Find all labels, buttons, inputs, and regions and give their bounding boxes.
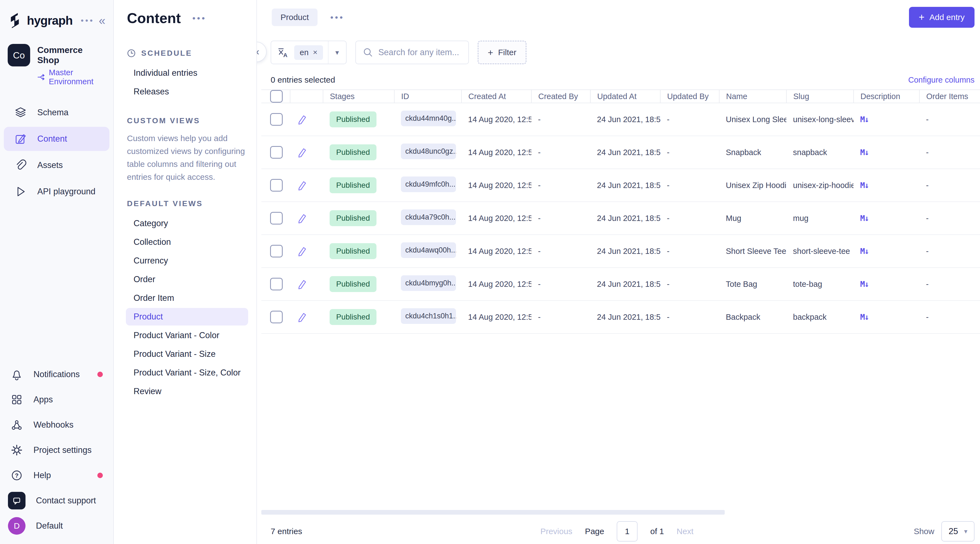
column-header[interactable]: Created By — [531, 90, 590, 103]
id-chip[interactable]: ckdu4awq00h... — [401, 242, 456, 258]
logo-text[interactable]: hygraph — [27, 14, 73, 27]
entries-table: StagesIDCreated AtCreated ByUpdated AtUp… — [261, 89, 980, 334]
previous-page-button[interactable]: Previous — [541, 527, 573, 536]
table-row: Published ckdu4a79c0h... 14 Aug 2020, 12… — [261, 202, 980, 235]
edit-entry-button[interactable] — [297, 147, 308, 158]
markdown-icon: M↓ — [860, 180, 869, 190]
sidebar-item-notifications[interactable]: Notifications — [0, 362, 113, 387]
main-content: « Product ••• + Add entry A en × ▾ — [257, 0, 980, 544]
column-header[interactable]: Description — [854, 90, 920, 103]
horizontal-scrollbar[interactable] — [261, 510, 725, 515]
header-edit-cell — [290, 90, 323, 103]
id-cell: ckdu4bmyg0h... — [394, 268, 461, 300]
view-more-menu[interactable]: ••• — [330, 12, 344, 22]
slug-cell: mug — [786, 202, 854, 235]
content-views-panel: Content ••• SCHEDULE Individual entries … — [114, 0, 257, 544]
sidebar-item-help[interactable]: ? Help — [0, 463, 113, 488]
slug-cell: short-sleeve-tee — [786, 235, 854, 268]
svg-text:?: ? — [15, 472, 18, 479]
column-header[interactable]: Updated At — [590, 90, 660, 103]
created-at-cell: 14 Aug 2020, 12:56 — [461, 169, 531, 202]
stage-badge: Published — [329, 112, 377, 128]
row-edit-cell — [290, 300, 323, 333]
next-page-button[interactable]: Next — [676, 527, 694, 536]
schedule-item[interactable]: Individual entries — [126, 64, 248, 82]
column-header[interactable]: Stages — [323, 90, 394, 103]
default-view-item[interactable]: Category — [126, 215, 248, 232]
row-checkbox[interactable] — [270, 113, 283, 126]
sidebar-item-webhooks[interactable]: Webhooks — [0, 412, 113, 437]
slug-cell: tote-bag — [786, 268, 854, 300]
default-view-item[interactable]: Product Variant - Color — [126, 327, 248, 344]
edit-entry-button[interactable] — [297, 212, 308, 224]
table-header-row: StagesIDCreated AtCreated ByUpdated AtUp… — [261, 90, 980, 103]
sidebar-item-schema[interactable]: Schema — [4, 101, 110, 124]
stage-badge: Published — [329, 144, 377, 160]
content-more-menu[interactable]: ••• — [192, 13, 207, 23]
row-checkbox[interactable] — [270, 212, 283, 225]
locale-select[interactable]: A en × ▾ — [270, 41, 347, 64]
sidebar-item-content[interactable]: Content — [4, 127, 110, 151]
row-checkbox[interactable] — [270, 179, 283, 191]
sidebar-item-api-playground[interactable]: API playground — [4, 180, 110, 204]
id-chip[interactable]: ckdu49mfc0h... — [401, 177, 456, 192]
column-header[interactable]: Slug — [786, 90, 854, 103]
page-of-label: of 1 — [650, 527, 664, 536]
add-filter-button[interactable]: + Filter — [478, 41, 527, 64]
configure-columns-link[interactable]: Configure columns — [908, 75, 975, 85]
row-edit-cell — [290, 136, 323, 169]
id-chip[interactable]: ckdu4ch1s0h1... — [401, 308, 456, 324]
environment-link[interactable]: Master Environment — [37, 68, 105, 86]
updated-at-cell: 24 Jun 2021, 18:53 — [590, 136, 660, 169]
stage-badge: Published — [329, 276, 377, 292]
sidebar-item-contact-support[interactable]: Contact support — [0, 488, 113, 513]
select-all-checkbox[interactable] — [270, 90, 283, 103]
workspace-more-menu[interactable]: ••• — [81, 16, 95, 25]
page-number-input[interactable] — [617, 521, 638, 542]
column-header[interactable]: Created At — [461, 90, 531, 103]
org-avatar[interactable]: Co — [8, 44, 30, 66]
page-size-select[interactable]: 25 ▾ — [941, 521, 975, 542]
sidebar-item-apps[interactable]: Apps — [0, 387, 113, 412]
default-view-item[interactable]: Order — [126, 271, 248, 288]
search-input[interactable] — [379, 48, 462, 57]
column-header[interactable]: Updated By — [660, 90, 719, 103]
remove-locale-icon[interactable]: × — [313, 48, 317, 57]
sidebar-item-assets[interactable]: Assets — [4, 153, 110, 177]
edit-entry-button[interactable] — [297, 180, 308, 191]
id-cell: ckdu4ch1s0h1... — [394, 300, 461, 333]
edit-entry-button[interactable] — [297, 113, 308, 125]
default-view-item[interactable]: Currency — [126, 252, 248, 270]
sidebar-item-default-profile[interactable]: D Default — [0, 513, 113, 539]
row-checkbox[interactable] — [270, 146, 283, 159]
default-view-item[interactable]: Product — [126, 308, 248, 325]
schedule-item[interactable]: Releases — [126, 83, 248, 101]
default-view-item[interactable]: Review — [126, 383, 248, 400]
column-header[interactable]: Name — [719, 90, 786, 103]
sidebar-collapse-icon[interactable]: « — [99, 14, 105, 27]
add-entry-button[interactable]: + Add entry — [909, 7, 975, 28]
edit-entry-button[interactable] — [297, 311, 308, 323]
id-chip[interactable]: ckdu4a79c0h... — [401, 209, 456, 225]
created-at-cell: 14 Aug 2020, 12:57 — [461, 235, 531, 268]
model-chip-product[interactable]: Product — [272, 8, 318, 26]
created-by-cell: - — [531, 169, 590, 202]
id-chip[interactable]: ckdu48unc0gz... — [401, 144, 456, 159]
edit-entry-button[interactable] — [297, 246, 308, 257]
chevron-down-icon[interactable]: ▾ — [328, 41, 346, 64]
default-view-item[interactable]: Collection — [126, 233, 248, 251]
edit-entry-button[interactable] — [297, 278, 308, 290]
id-chip[interactable]: ckdu4bmyg0h... — [401, 275, 456, 291]
id-chip[interactable]: ckdu44mn40g... — [401, 111, 456, 126]
default-view-item[interactable]: Product Variant - Size, Color — [126, 364, 248, 381]
row-checkbox[interactable] — [270, 311, 283, 323]
column-header[interactable]: Order Items — [920, 90, 980, 103]
column-header[interactable]: ID — [394, 90, 461, 103]
hygraph-logo-icon[interactable] — [8, 13, 22, 29]
default-view-item[interactable]: Product Variant - Size — [126, 345, 248, 363]
row-checkbox[interactable] — [270, 245, 283, 257]
id-cell: ckdu4a79c0h... — [394, 202, 461, 235]
default-view-item[interactable]: Order Item — [126, 289, 248, 307]
row-checkbox[interactable] — [270, 278, 283, 290]
sidebar-item-project-settings[interactable]: Project settings — [0, 437, 113, 463]
